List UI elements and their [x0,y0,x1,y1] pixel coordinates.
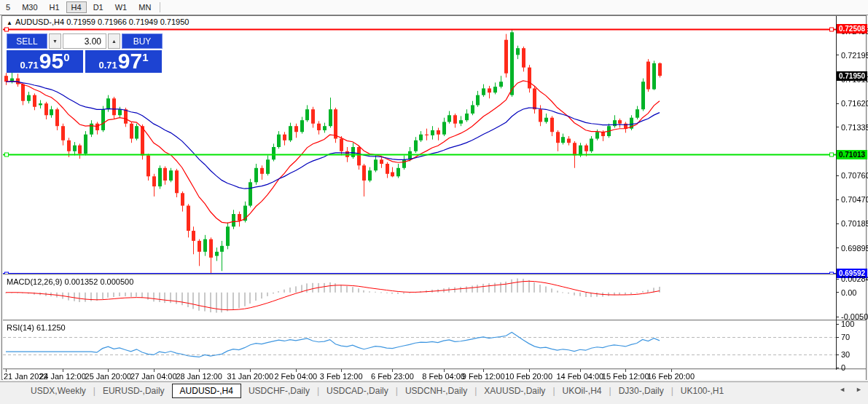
chart-tab-bar: USDX,Weekly|EURUSD-,DailyAUDUSD-,H4USDCH… [0,381,868,399]
chart-tab-usdcnh-[interactable]: USDCNH-,Daily [398,384,474,398]
rsi-axis-label[interactable]: 70 [841,333,850,341]
volume-increase-button[interactable]: ▲ [108,33,120,49]
price-axis-tick-label[interactable]: 0.70470 [841,195,868,204]
macd-axis-tick [836,292,839,293]
chart-tab-eurusd-[interactable]: EURUSD-,Daily [95,384,172,398]
tab-scroll-left-icon[interactable]: ◄ [839,386,845,393]
sell-price-box[interactable]: 0.71 95 0 [7,50,83,73]
rsi-panel-separator[interactable] [3,320,866,321]
macd-label: MACD(12,26,9) 0.001352 0.000500 [7,277,133,286]
price-axis-tick-label[interactable]: 0.70760 [841,171,868,180]
date-axis-label[interactable]: 27 Jan 04:00 [130,372,177,381]
timeframe-toolbar: 5M30H1H4D1W1MN [0,0,868,15]
sell-price-small: 0.71 [20,60,38,71]
chart-tab-dj30-[interactable]: DJ30-,Daily [611,384,671,398]
volume-input[interactable] [63,33,106,49]
price-axis-tick [836,103,839,104]
timeframe-button-w1[interactable]: W1 [110,1,133,13]
chart-tab-usdx[interactable]: USDX,Weekly [23,384,93,398]
chart-tab-usdchf-[interactable]: USDCHF-,Daily [241,384,317,398]
chart-tab-usdcad-[interactable]: USDCAD-,Daily [319,384,396,398]
rsi-axis-label[interactable]: 0 [841,363,845,372]
date-axis-label[interactable]: 28 Jan 12:00 [176,372,222,381]
chart-tab-uk100-[interactable]: UK100-,H1 [673,384,731,398]
price-axis-tick-label[interactable]: 0.71335 [841,123,868,132]
rsi-axis-tick [836,337,839,338]
rsi-indicator-canvas[interactable] [3,322,836,368]
rsi-axis-tick [836,368,839,368]
rsi-axis-label[interactable]: 30 [841,350,850,359]
date-axis-label[interactable]: 9 Feb 12:00 [462,372,505,381]
price-axis-tick [836,127,839,127]
date-axis-label[interactable]: 15 Feb 12:00 [602,372,649,381]
tab-scroll-right-icon[interactable]: ► [856,386,862,393]
macd-axis-tick [836,317,839,317]
buy-price-small: 0.71 [98,60,117,71]
price-axis-tick-label[interactable]: 0.71620 [841,99,868,108]
current-price-badge: 0.71950 [837,71,867,81]
price-axis-tick [836,247,839,248]
price-axis-tick [836,199,839,200]
date-axis-label[interactable]: 31 Jan 20:00 [227,372,274,381]
date-axis-label[interactable]: 8 Feb 04:00 [422,372,465,381]
sell-price-big: 95 [39,50,63,73]
date-axis-label[interactable]: 25 Jan 20:00 [85,372,132,381]
hline-price-badge[interactable]: 0.72508 [837,24,867,33]
date-axis-label[interactable]: 16 Feb 20:00 [647,372,695,381]
buy-price-box[interactable]: 0.71 97 1 [85,50,162,73]
rsi-axis-tick [836,355,839,355]
volume-decrease-button[interactable]: ▼ [49,33,61,49]
macd-axis-tick [836,279,839,280]
timeframe-button-5[interactable]: 5 [1,1,15,13]
timeframe-button-m30[interactable]: M30 [17,1,42,13]
rsi-label: RSI(14) 61.1250 [7,323,66,332]
chart-tab-xauusd-[interactable]: XAUUSD-,Daily [477,384,552,398]
timeframe-button-mn[interactable]: MN [133,1,156,13]
chart-tab-audusd-[interactable]: AUDUSD-,H4 [172,384,241,398]
price-axis-tick [836,223,839,224]
price-axis-tick-label[interactable]: 0.70185 [841,219,868,228]
price-axis-tick [836,55,839,55]
one-click-trade-panel: SELL ▼ ▲ BUY 0.71 95 0 0.71 97 1 [7,33,164,73]
hline-price-badge[interactable]: 0.71013 [837,150,867,159]
tab-scroll-nav: ◄ ► [839,386,862,393]
macd-axis-label[interactable]: 0.002841 [841,274,868,283]
buy-price-big: 97 [118,50,142,73]
toolbar-separator [160,2,160,12]
rsi-axis-label[interactable]: 100 [841,320,854,328]
macd-axis-label[interactable]: 0.00 [841,288,856,297]
date-axis-label[interactable]: 24 Jan 12:00 [39,372,86,381]
chart-tab-ukoil-[interactable]: UKOil-,H4 [555,384,609,398]
price-axis-tick-label[interactable]: 0.72195 [841,51,868,60]
buy-button[interactable]: BUY [122,33,163,49]
buy-price-sup: 1 [142,51,148,63]
timeframe-button-d1[interactable]: D1 [88,1,109,13]
mt-terminal: 5M30H1H4D1W1MN ▲AUDUSD-,H4 0.71959 0.719… [0,0,868,404]
price-axis-tick [836,175,839,176]
date-axis-label[interactable]: 6 Feb 23:00 [371,372,414,381]
sell-button[interactable]: SELL [7,33,47,49]
date-axis-label[interactable]: 10 Feb 20:00 [505,372,552,381]
rsi-axis-tick [836,324,839,325]
timeframe-button-h4[interactable]: H4 [66,1,87,13]
date-axis-label[interactable]: 2 Feb 04:00 [274,372,317,381]
price-axis-tick-label[interactable]: 0.69895 [841,244,868,253]
sell-price-sup: 0 [63,51,69,63]
date-axis-label[interactable]: 3 Feb 12:00 [320,372,363,381]
timeframe-button-h1[interactable]: H1 [44,1,65,13]
macd-panel-separator[interactable] [3,274,866,275]
date-axis-label[interactable]: 14 Feb 04:00 [556,372,603,381]
chart-window: ▲AUDUSD-,H4 0.71959 0.71966 0.71949 0.71… [1,15,867,380]
